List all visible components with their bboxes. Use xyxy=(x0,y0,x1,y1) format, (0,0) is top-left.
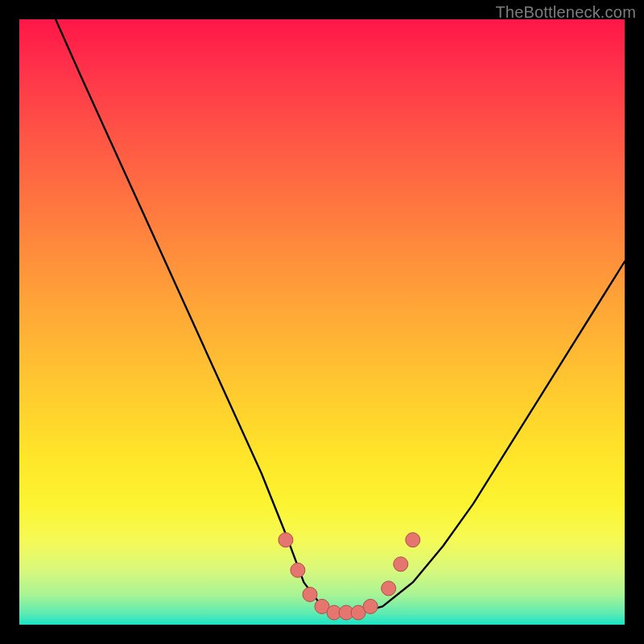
marker-right-lower xyxy=(382,581,396,596)
plot-area xyxy=(19,19,625,625)
chart-svg xyxy=(19,19,625,625)
marker-trough-3 xyxy=(339,605,353,620)
marker-right-upper xyxy=(406,533,420,547)
marker-left-upper xyxy=(279,533,293,547)
marker-left-mid xyxy=(291,563,305,577)
bottleneck-curve xyxy=(56,19,625,613)
marker-trough-4 xyxy=(351,605,365,620)
chart-frame: TheBottleneck.com xyxy=(0,0,644,644)
marker-left-lower xyxy=(303,587,317,601)
marker-trough-2 xyxy=(327,605,341,620)
watermark-text: TheBottleneck.com xyxy=(495,3,636,22)
marker-right-mid xyxy=(394,557,408,572)
marker-layer xyxy=(279,533,420,620)
marker-trough-5 xyxy=(363,599,378,613)
curve-layer xyxy=(56,19,625,613)
marker-trough-1 xyxy=(315,599,329,613)
